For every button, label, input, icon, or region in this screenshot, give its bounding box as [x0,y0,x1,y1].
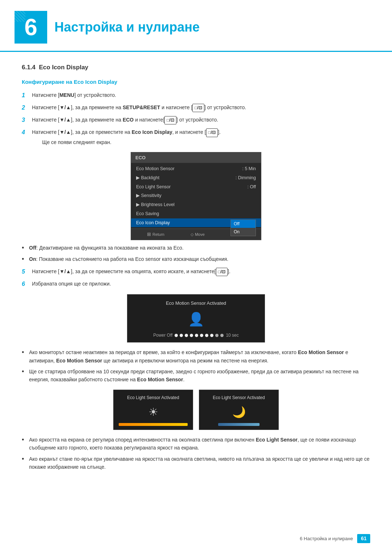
timer-label: 10 sec [226,332,238,338]
eco-menu-header: ECO [131,152,261,163]
power-off-label: Power Off [153,332,172,338]
bullets-motion: • Ако мониторът остане неактивен за пери… [22,348,370,384]
move-label: Move [195,231,205,238]
dot-2 [180,334,183,337]
eco-dropdown-on: On [231,228,256,236]
bullet-light-1: • Ако яркостта на екрана се регулира спо… [22,436,370,452]
page-number: 61 [357,534,370,543]
return-icon: ⊞ [147,231,151,238]
step-1: 1 Натиснете [MENU] от устройството. [22,91,370,100]
dot-7 [205,334,208,337]
eco-dropdown: Off On [230,219,256,236]
eco-menu-item-backlight: ▶ Backlight : Dimming [131,173,261,182]
eco-dropdown-off: Off [231,220,256,228]
steps-list-2: 5 Натиснете [▼/▲], за да се преместите н… [22,267,370,288]
dot-9 [215,334,219,337]
page-header: 6 Настройка и нулиране [0,0,392,52]
eco-light-title-1: Eco Light Sensor Activated [119,394,188,401]
return-label: Return [152,231,164,238]
eco-menu-items: Eco Motion Sensor : 5 Min ▶ Backlight : … [131,163,261,229]
eco-light-title-2: Eco Light Sensor Activated [204,394,273,401]
section-title: 6.1.4 Eco Icon Display [22,63,370,72]
eco-menu-item-light-sensor: Eco Light Sensor : Off [131,182,261,192]
dot-1 [175,334,178,337]
motion-sensor-box: Eco Motion Sensor Activated 👤 Power Off … [127,294,265,343]
bullet-on: • On: Показване на състоянието на работа… [22,255,370,263]
dots-row [175,334,224,337]
dot-3 [185,334,188,337]
eco-light-boxes: Eco Light Sensor Activated ☀ Eco Light S… [22,390,370,430]
eco-menu-screenshot: ECO Eco Motion Sensor : 5 Min ▶ Backligh… [131,152,261,240]
motion-sensor-timer: Power Off 10 sec [135,332,257,338]
section-number: 6.1.4 [22,64,36,71]
bullet-off: • Off: Деактивиране на функцията за пока… [22,244,370,252]
eco-light-box-moon: Eco Light Sensor Activated 🌙 [199,390,279,430]
step-4: 4 Натиснете [▼/▲], за да се преместите н… [22,128,370,146]
step-2: 2 Натиснете [▼/▲], за да преминете на SE… [22,103,370,112]
bullets-off-on: • Off: Деактивиране на функцията за пока… [22,244,370,264]
bullets-light: • Ако яркостта на екрана се регулира спо… [22,436,370,471]
dot-8 [210,334,213,337]
subsection-title: Конфигуриране на Eco Icon Display [22,78,370,86]
step4-sub: Ще се появи следният екран. [42,139,221,146]
eco-light-box-sun: Eco Light Sensor Activated ☀ [113,390,193,430]
brightness-bar-dark [218,423,260,426]
eco-menu-item-brightness: ▶ Brightness Level [131,200,261,209]
sun-icon: ☀ [119,404,188,420]
moon-icon: 🌙 [204,404,273,420]
bullet-motion-1: • Ако мониторът остане неактивен за пери… [22,348,370,365]
dot-6 [200,334,203,337]
chapter-num-text: 6 [24,11,37,44]
chapter-title: Настройка и нулиране [54,17,200,37]
step-3: 3 Натиснете [▼/▲], за да преминете на EC… [22,116,370,124]
eco-menu-item-icon-display: Eco Icon Display Off On [131,218,261,227]
bullet-motion-2: • Ще се стартира отброяване на 10 секунд… [22,368,370,384]
page-footer: 6 Настройка и нулиране 61 [300,534,370,543]
footer-chapter-label: 6 Настройка и нулиране [300,535,353,542]
motion-sensor-title: Eco Motion Sensor Activated [135,300,257,307]
motion-sensor-icon: 👤 [135,309,257,329]
eco-menu-item-motion: Eco Motion Sensor : 5 Min [131,164,261,173]
move-icon: ◇ [191,231,193,238]
eco-menu-item-sensitivity: ▶ Sensitivity [131,191,261,200]
brightness-bar-bright [119,423,188,426]
step-5: 5 Натиснете [▼/▲], за да се преместите н… [22,267,370,276]
step-6: 6 Избраната опция ще се приложи. [22,280,370,288]
dot-5 [195,334,198,337]
bullet-light-2: • Ако екранът стане по-яpък при увеличав… [22,455,370,471]
section-title-text: Eco Icon Display [39,64,88,71]
main-content: 6.1.4 Eco Icon Display Конфигуриране на … [0,63,392,489]
dot-10 [220,334,224,337]
dot-4 [190,334,193,337]
steps-list-1: 1 Натиснете [MENU] от устройството. 2 На… [22,91,370,146]
eco-menu-item-saving: Eco Saving [131,209,261,218]
chapter-number: 6 [15,11,47,44]
